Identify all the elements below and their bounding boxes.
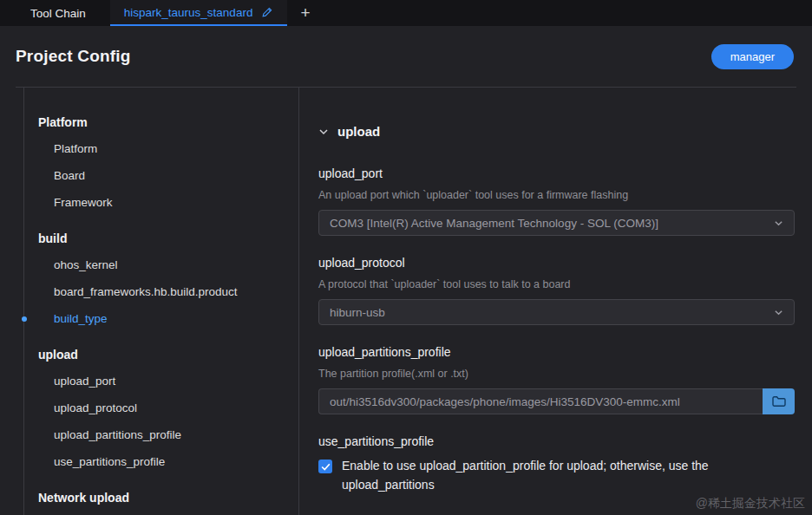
tab-tool-chain-label: Tool Chain	[30, 7, 86, 20]
page-title: Project Config	[16, 47, 131, 66]
upload-section-header[interactable]: upload	[318, 124, 795, 139]
upload-partitions-profile-description: The partition profile(.xml or .txt)	[318, 368, 795, 380]
upload-protocol-description: A protocol that `uploader` tool uses to …	[318, 278, 795, 290]
sidebar-item-upload-port[interactable]: upload_port	[24, 368, 298, 394]
selected-dot	[22, 316, 27, 322]
sidebar-item-board-frameworks[interactable]: board_frameworks.hb.build.product	[24, 278, 298, 305]
field-use-partitions-profile: use_partitions_profile Enable to use upl…	[318, 434, 795, 495]
tab-bar: Tool Chain hispark_taurus_standard +	[0, 0, 812, 26]
use-partitions-profile-control: Enable to use upload_partition_profile f…	[318, 457, 795, 495]
page-header: Project Config manager	[0, 26, 812, 87]
config-form: upload upload_port An upload port which …	[299, 88, 812, 515]
upload-protocol-select[interactable]: hiburn-usb	[318, 299, 795, 325]
sidebar-item-platform[interactable]: Platform	[24, 135, 298, 162]
field-upload-protocol: upload_protocol A protocol that `uploade…	[318, 256, 795, 325]
sidebar-item-board[interactable]: Board	[24, 162, 298, 189]
check-icon	[321, 463, 331, 471]
field-upload-partitions-profile: upload_partitions_profile The partition …	[318, 345, 795, 414]
upload-port-label: upload_port	[318, 166, 795, 180]
partition-profile-input[interactable]	[318, 388, 763, 414]
upload-protocol-value: hiburn-usb	[330, 306, 385, 319]
use-partitions-profile-checkbox[interactable]	[318, 460, 332, 473]
sidebar-item-framework[interactable]: Framework	[24, 189, 298, 216]
use-partitions-profile-label: use_partitions_profile	[318, 434, 795, 448]
sidebar-item-ohos-kernel[interactable]: ohos_kernel	[24, 251, 298, 278]
sidebar-section-upload: upload upload_port upload_protocol uploa…	[24, 341, 298, 475]
plus-icon: +	[300, 3, 310, 23]
chevron-down-icon	[774, 308, 783, 317]
sidebar-item-use-partitions-profile[interactable]: use_partitions_profile	[24, 448, 298, 475]
sidebar-item-build-type[interactable]: build_type	[24, 305, 298, 332]
manager-button[interactable]: manager	[711, 44, 794, 69]
chevron-down-icon	[318, 127, 329, 137]
upload-port-select[interactable]: COM3 [Intel(R) Active Management Technol…	[318, 210, 795, 236]
watermark: @稀土掘金技术社区	[696, 496, 805, 512]
sidebar-header-upload[interactable]: upload	[24, 341, 298, 368]
use-partitions-profile-text: Enable to use upload_partition_profile f…	[342, 457, 769, 495]
sidebar-item-upload-partitions-profile[interactable]: upload_partitions_profile	[24, 421, 298, 448]
sidebar-item-upload-protocol[interactable]: upload_protocol	[24, 394, 298, 421]
upload-protocol-label: upload_protocol	[318, 256, 795, 270]
sidebar-section-platform: Platform Platform Board Framework	[24, 108, 298, 216]
tab-tool-chain[interactable]: Tool Chain	[0, 0, 107, 26]
project-config-window: Tool Chain hispark_taurus_standard + Pro…	[0, 0, 812, 515]
chevron-down-icon	[774, 218, 783, 228]
sidebar-section-network-upload: Network upload	[24, 484, 298, 511]
folder-icon	[772, 395, 786, 407]
field-upload-port: upload_port An upload port which `upload…	[318, 166, 795, 236]
sidebar-header-build[interactable]: build	[24, 225, 298, 251]
upload-partitions-profile-control	[318, 388, 795, 414]
upload-section-title: upload	[337, 124, 380, 139]
add-tab-button[interactable]: +	[287, 0, 323, 26]
tab-active-label: hispark_taurus_standard	[124, 6, 253, 19]
browse-file-button[interactable]	[763, 388, 795, 414]
sidebar-header-platform[interactable]: Platform	[24, 108, 298, 135]
sidebar-section-build: build ohos_kernel board_frameworks.hb.bu…	[24, 225, 298, 332]
edit-pencil-icon[interactable]	[261, 6, 273, 18]
tab-hispark-taurus-standard[interactable]: hispark_taurus_standard	[110, 0, 288, 26]
upload-port-description: An upload port which `uploader` tool use…	[318, 189, 795, 201]
upload-port-value: COM3 [Intel(R) Active Management Technol…	[330, 217, 658, 230]
body: Platform Platform Board Framework build …	[0, 88, 812, 515]
sidebar-header-network-upload[interactable]: Network upload	[24, 484, 298, 511]
upload-partitions-profile-label: upload_partitions_profile	[318, 345, 795, 359]
config-sidebar: Platform Platform Board Framework build …	[23, 88, 299, 515]
